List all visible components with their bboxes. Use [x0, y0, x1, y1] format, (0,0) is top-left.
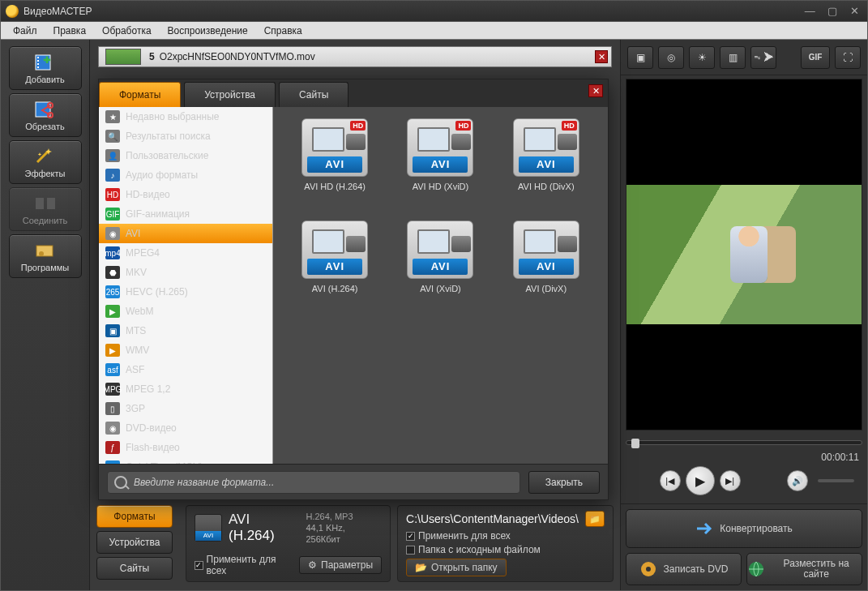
category-icon: MPG	[105, 383, 120, 396]
menu-edit[interactable]: Правка	[45, 24, 95, 38]
crop-tool-button[interactable]: ▣	[627, 46, 653, 69]
category-dvd-видео[interactable]: ◉DVD-видео	[99, 418, 272, 438]
category-flash-видео[interactable]: ƒFlash-видео	[99, 438, 272, 457]
timeline[interactable]	[626, 435, 862, 450]
category-label: HD-видео	[126, 189, 170, 200]
fullscreen-button[interactable]: ⛶	[835, 46, 861, 69]
burn-dvd-button[interactable]: Записать DVD	[626, 553, 742, 585]
category-webm[interactable]: ▶WebM	[99, 302, 272, 321]
category-label: Flash-видео	[126, 442, 180, 453]
category-пользовательские[interactable]: 👤Пользовательские	[99, 146, 272, 165]
category-недавно-выбранные[interactable]: ★Недавно выбранные	[99, 107, 272, 126]
svg-point-13	[646, 567, 651, 572]
apply-all-checkbox[interactable]: ✓Применить для всех	[195, 554, 294, 576]
camera-icon: HDAVI	[407, 118, 473, 177]
category-icon: ⬣	[105, 266, 120, 279]
convert-button[interactable]: Конвертировать	[626, 509, 862, 548]
codec-line1: H.264, MP3	[306, 511, 382, 522]
file-name: O2xpcHNfSEO0NDY0NTVfMO.mov	[160, 51, 315, 62]
volume-button[interactable]: 🔊	[787, 470, 808, 491]
format-avi-hd-divx-[interactable]: HDAVIAVI HD (DivX)	[496, 118, 596, 216]
timeline-thumb[interactable]	[631, 439, 639, 448]
category-avi[interactable]: ◉AVI	[99, 224, 272, 243]
category-label: ASF	[126, 364, 144, 375]
tab-formats[interactable]: Форматы	[96, 505, 173, 528]
format-avi-hd-h-264-[interactable]: HDAVIAVI HD (H.264)	[284, 118, 385, 216]
format-avi-hd-xvid-[interactable]: HDAVIAVI HD (XviD)	[390, 118, 490, 216]
category-hevc-h-265-[interactable]: 265HEVC (H.265)	[99, 282, 272, 302]
format-bar: AVI	[519, 259, 574, 275]
sidebar-programs[interactable]: Программы	[9, 234, 82, 278]
category-результаты-поиска[interactable]: 🔍Результаты поиска	[99, 126, 272, 146]
same-folder-checkbox[interactable]: Папка с исходным файлом	[406, 544, 541, 555]
popup-close-btn[interactable]: Закрыть	[528, 471, 600, 494]
menu-process[interactable]: Обработка	[94, 24, 160, 38]
category-аудио-форматы[interactable]: ♪Аудио форматы	[99, 165, 272, 185]
category-hd-видео[interactable]: HDHD-видео	[99, 185, 272, 204]
category-mkv[interactable]: ⬣MKV	[99, 263, 272, 282]
upload-button[interactable]: Разместить на сайте	[746, 553, 862, 585]
category-mpeg4[interactable]: mp4MPEG4	[99, 243, 272, 263]
film-scissors-icon	[33, 99, 58, 120]
sidebar-effects[interactable]: Эффекты	[9, 140, 82, 184]
popup-tab-sites[interactable]: Сайты	[279, 82, 348, 107]
time-display: 00:00:11	[821, 452, 859, 463]
volume-slider[interactable]	[818, 479, 854, 482]
category-mts[interactable]: ▣MTS	[99, 321, 272, 340]
svg-rect-8	[36, 198, 44, 209]
prev-button[interactable]: |◀	[660, 470, 681, 491]
speed-tool-button[interactable]: ᯓ➤	[750, 46, 776, 69]
video-preview[interactable]	[626, 79, 862, 430]
sidebar-add[interactable]: Добавить	[9, 46, 82, 90]
svg-rect-4	[37, 66, 39, 68]
app-title: ВидеоМАСТЕР	[24, 6, 798, 17]
popup-tab-formats[interactable]: Форматы	[99, 82, 181, 107]
category-icon: ◉	[105, 422, 120, 435]
maximize-button[interactable]: ▢	[824, 5, 840, 16]
category-label: Аудио форматы	[126, 169, 198, 181]
apply-all-2-checkbox[interactable]: ✓Применить для всех	[406, 530, 541, 542]
gif-tool-button[interactable]: GIF	[801, 46, 830, 69]
format-search-input[interactable]: Введите название формата...	[107, 471, 520, 494]
programs-icon	[33, 240, 58, 261]
menubar: Файл Правка Обработка Воспроизведение Сп…	[1, 22, 867, 40]
menu-playback[interactable]: Воспроизведение	[160, 24, 256, 38]
browse-folder-button[interactable]: 📁	[585, 511, 605, 527]
format-avi-h-264-[interactable]: AVIAVI (H.264)	[284, 221, 385, 318]
format-grid: HDAVIAVI HD (H.264)HDAVIAVI HD (XviD)HDA…	[273, 107, 608, 464]
category-3gp[interactable]: ▯3GP	[99, 399, 272, 418]
category-label: MKV	[126, 267, 147, 278]
popup-tab-devices[interactable]: Устройства	[184, 82, 276, 107]
category-mpeg-1-2[interactable]: MPGMPEG 1,2	[99, 379, 272, 399]
output-path[interactable]: C:\Users\ContentManager\Videos\	[406, 512, 579, 525]
category-wmv[interactable]: ▶WMV	[99, 340, 272, 360]
play-button[interactable]: ▶	[686, 466, 715, 495]
format-bar: AVI	[413, 259, 468, 275]
sidebar-cut[interactable]: Обрезать	[9, 93, 82, 137]
tab-devices[interactable]: Устройства	[96, 531, 173, 554]
hd-badge-icon: HD	[350, 121, 366, 131]
file-remove-button[interactable]: ✕	[595, 50, 608, 63]
format-avi-divx-[interactable]: AVIAVI (DivX)	[496, 221, 596, 318]
brightness-tool-button[interactable]: ☀	[689, 46, 715, 69]
category-quicktime-mov-[interactable]: QQuickTime (MOV)	[99, 457, 272, 464]
category-gif-анимация[interactable]: GIFGIF-анимация	[99, 204, 272, 224]
format-avi-xvid-[interactable]: AVIAVI (XviD)	[390, 221, 490, 318]
frame-tool-button[interactable]: ▥	[720, 46, 746, 69]
params-button[interactable]: ⚙Параметры	[299, 556, 382, 574]
sidebar-programs-label: Программы	[21, 263, 69, 272]
category-icon: ▯	[105, 402, 120, 415]
menu-help[interactable]: Справка	[256, 24, 310, 38]
tab-sites[interactable]: Сайты	[96, 557, 173, 580]
format-caption: AVI (DivX)	[526, 284, 567, 293]
next-button[interactable]: ▶|	[720, 470, 741, 491]
file-row[interactable]: 5 O2xpcHNfSEO0NDY0NTVfMO.mov ✕	[98, 46, 612, 67]
open-folder-button[interactable]: 📂Открыть папку	[406, 559, 507, 576]
minimize-button[interactable]: —	[802, 5, 818, 16]
menu-file[interactable]: Файл	[5, 24, 45, 38]
close-button[interactable]: ✕	[846, 5, 862, 16]
output-box: C:\Users\ContentManager\Videos\ 📁 ✓Приме…	[397, 505, 614, 582]
rotate-tool-button[interactable]: ◎	[658, 46, 684, 69]
category-asf[interactable]: asfASF	[99, 360, 272, 379]
popup-close-button[interactable]: ✕	[588, 84, 603, 97]
